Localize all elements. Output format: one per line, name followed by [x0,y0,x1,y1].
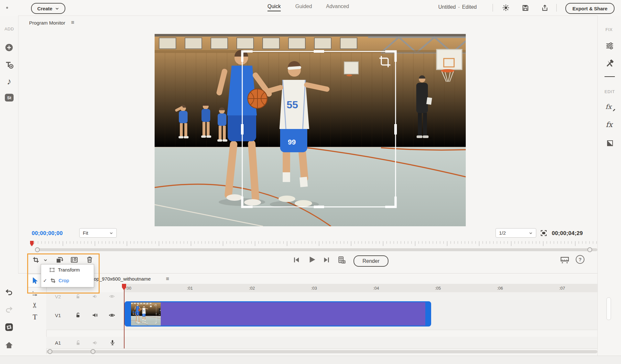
tab-advanced[interactable]: Advanced [326,4,349,9]
speaker-icon[interactable] [91,312,98,319]
menu-item-crop[interactable]: ✓ Crop [41,275,94,286]
monitor-scrubber-track[interactable] [36,248,597,251]
add-text-button[interactable] [5,60,14,69]
redo-button[interactable] [5,305,13,314]
home-button[interactable] [5,341,14,350]
crop-tool-button[interactable] [32,256,40,264]
split-clip-tool-button[interactable]: ✂ [31,301,39,309]
plus-circle-icon [5,43,13,52]
rotate-tool-button[interactable] [55,255,63,264]
eye-icon[interactable] [108,312,115,319]
ruler-tick: :05 [435,286,441,291]
redo-icon [5,305,13,314]
undo-button[interactable] [5,288,13,296]
text-tool-button[interactable]: T [31,313,39,321]
divider [493,4,493,12]
tab-quick[interactable]: Quick [267,4,281,11]
stock-button[interactable]: St [5,94,14,102]
fix-tools-button[interactable] [605,59,614,68]
window-dot [6,7,8,9]
lock-icon[interactable] [74,312,82,319]
previous-frame-button[interactable] [292,256,300,264]
fx-label: fx [606,121,613,129]
filmstrip-tool-button[interactable] [70,255,78,264]
brightness-button[interactable] [502,4,510,12]
track-label-v2: V2 [55,294,61,299]
transitions-button[interactable] [606,139,614,147]
divider [556,4,557,12]
speaker-icon[interactable] [92,339,98,346]
playback-quality-value: 1/2 [499,230,506,236]
stock-badge-label: St [7,95,11,100]
floppy-disk-icon [522,4,529,12]
crop-tool-dropdown-button[interactable] [43,258,48,262]
transition-icon [606,139,614,147]
speaker-icon[interactable] [92,293,98,300]
help-button[interactable]: ? [576,255,584,264]
timeline-vertical-scrollbar[interactable] [606,297,611,320]
tab-guided[interactable]: Guided [295,4,312,9]
dashed-arrow-tool-button[interactable] [31,290,39,297]
add-section-label: ADD [5,27,14,31]
delete-tool-button[interactable] [85,255,94,264]
edit-section-label: EDIT [605,89,615,94]
fullscreen-icon [540,229,548,237]
save-button[interactable] [521,4,529,12]
organizer-icon [5,323,14,332]
current-timecode[interactable]: 00;00;00;00 [32,230,63,237]
crop-tool-menu: Transform ✓ Crop [41,264,94,287]
snapshot-icon [337,256,346,264]
playhead-line[interactable] [124,284,125,348]
menu-item-transform[interactable]: Transform [41,264,94,275]
ruler-tick: :07 [559,286,565,291]
zoom-level-value: Fit [83,230,88,236]
ruler-tick: :04 [373,286,379,291]
timeline-zoom-button[interactable] [560,255,570,264]
scrubber-handle-left[interactable] [35,247,40,252]
timeline-zoom-handle-left[interactable] [48,349,52,354]
panel-menu-icon[interactable]: ≡ [71,19,74,26]
microphone-icon[interactable] [109,339,116,346]
playback-quality-select[interactable]: 1/2 [496,228,536,238]
sliders-icon [605,41,614,50]
video-frame[interactable] [155,34,466,226]
next-frame-button[interactable] [322,256,331,264]
organizer-button[interactable] [5,323,14,332]
timeline-zoom-handle-right[interactable] [91,349,95,354]
clip-right-handle[interactable] [425,302,430,326]
home-icon [5,341,14,350]
panel-menu-icon[interactable]: ≡ [166,276,169,282]
clip-left-handle[interactable] [125,302,131,326]
play-button[interactable] [307,255,316,264]
timeline-horizontal-scrollbar[interactable] [46,350,597,353]
scrubber-handle-right[interactable] [587,247,592,252]
previous-frame-icon [292,256,300,264]
program-monitor-title: Program Monitor [29,20,65,26]
zoom-level-select[interactable]: Fit [79,228,117,238]
effects-button[interactable]: fx [606,121,616,130]
add-media-button[interactable] [5,43,13,52]
selection-tool-button[interactable] [28,274,42,287]
share-button[interactable] [540,4,549,12]
help-icon: ? [579,257,582,262]
rotate-icon [55,256,63,264]
timeline-ruler[interactable]: :00 :01 :02 :03 :04 :05 :06 :07 [124,284,597,293]
add-music-button[interactable]: ♪ [4,76,14,87]
timeline-clip[interactable] [125,301,431,327]
render-button-label: Render [363,258,379,264]
fullscreen-button[interactable] [539,229,548,237]
create-button[interactable]: Create [31,3,65,14]
menu-item-crop-label: Crop [59,278,69,283]
lock-icon[interactable] [75,339,82,346]
ruler-tick: :00 [125,286,131,291]
applied-effects-button[interactable]: fx [605,103,616,112]
lock-icon[interactable] [75,293,81,300]
next-frame-icon [323,256,331,264]
monitor-mini-ruler[interactable] [31,241,597,247]
render-button[interactable]: Render [354,255,388,267]
adjust-button[interactable] [605,41,614,50]
eye-icon[interactable] [109,293,115,300]
export-share-button[interactable]: Export & Share [565,3,615,14]
text-tool-icon: T [33,313,37,321]
snapshot-button[interactable] [337,255,346,264]
